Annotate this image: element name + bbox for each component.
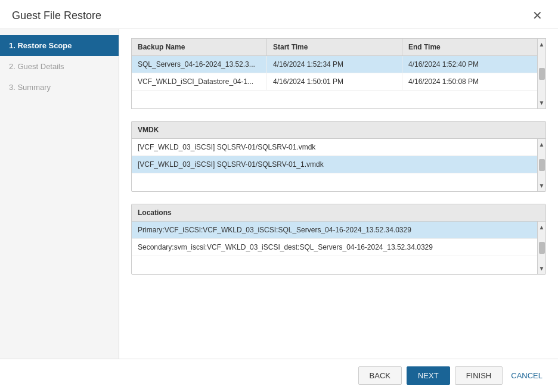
backup-scroll-thumb[interactable]: [539, 68, 545, 80]
locations-label: Locations: [132, 204, 545, 222]
vmdk-scroll-up[interactable]: ▲: [539, 139, 545, 150]
dialog-footer: BACK NEXT FINISH CANCEL: [0, 359, 558, 392]
locations-scroll-down[interactable]: ▼: [539, 263, 545, 273]
sidebar-item-summary[interactable]: 3. Summary: [0, 77, 119, 98]
backup-name-1: VCF_WKLD_iSCI_Datastore_04-1...: [132, 73, 267, 90]
dialog-body: 1. Restore Scope 2. Guest Details 3. Sum…: [0, 29, 558, 359]
backup-empty-row: [132, 91, 537, 108]
location-value-0: Primary:VCF_iSCSI:VCF_WKLD_03_iSCSI:SQL_…: [132, 222, 537, 238]
backup-name-header: Backup Name: [132, 39, 267, 55]
vmdk-table: VMDK [VCF_WKLD_03_iSCSI] SQLSRV-01/SQLSR…: [131, 121, 546, 192]
backup-table-wrapper: Backup Name Start Time End Time SQL_Serv…: [131, 38, 546, 109]
start-time-0: 4/16/2024 1:52:34 PM: [267, 56, 402, 73]
guest-file-restore-dialog: Guest File Restore ✕ 1. Restore Scope 2.…: [0, 0, 558, 392]
backup-scrollbar[interactable]: ▲ ▼: [537, 39, 545, 108]
main-content: Backup Name Start Time End Time SQL_Serv…: [119, 29, 558, 359]
vmdk-label: VMDK: [132, 122, 545, 139]
backup-row-0[interactable]: SQL_Servers_04-16-2024_13.52.3... 4/16/2…: [132, 56, 537, 73]
close-button[interactable]: ✕: [529, 8, 546, 23]
sidebar-item-guest-details[interactable]: 2. Guest Details: [0, 56, 119, 77]
location-row-1[interactable]: Secondary:svm_iscsi:VCF_WKLD_03_iSCSI_de…: [132, 239, 537, 256]
backup-table-inner: Backup Name Start Time End Time SQL_Serv…: [132, 39, 537, 108]
backup-scroll-up[interactable]: ▲: [539, 39, 545, 49]
locations-empty-row: [132, 256, 537, 274]
backup-table-header: Backup Name Start Time End Time: [132, 39, 537, 56]
locations-table: Locations Primary:VCF_iSCSI:VCF_WKLD_03_…: [131, 204, 546, 275]
locations-rows-area: Primary:VCF_iSCSI:VCF_WKLD_03_iSCSI:SQL_…: [132, 222, 537, 274]
vmdk-value-0: [VCF_WKLD_03_iSCSI] SQLSRV-01/SQLSRV-01.…: [132, 139, 537, 155]
vmdk-table-with-scroll: [VCF_WKLD_03_iSCSI] SQLSRV-01/SQLSRV-01.…: [132, 139, 545, 191]
vmdk-scroll-thumb[interactable]: [539, 159, 545, 171]
end-time-header: End Time: [402, 39, 537, 55]
cancel-button[interactable]: CANCEL: [507, 367, 546, 384]
back-button[interactable]: BACK: [358, 366, 402, 385]
backup-scroll-down[interactable]: ▼: [539, 98, 545, 108]
location-value-1: Secondary:svm_iscsi:VCF_WKLD_03_iSCSI_de…: [132, 239, 537, 256]
end-time-0: 4/16/2024 1:52:40 PM: [402, 56, 537, 73]
backup-table-section: Backup Name Start Time End Time SQL_Serv…: [131, 38, 546, 109]
vmdk-scrollbar[interactable]: ▲ ▼: [537, 139, 545, 191]
dialog-title: Guest File Restore: [12, 10, 101, 22]
start-time-1: 4/16/2024 1:50:01 PM: [267, 73, 402, 90]
dialog-header: Guest File Restore ✕: [0, 0, 558, 29]
locations-scroll-up[interactable]: ▲: [539, 222, 545, 232]
locations-table-with-scroll: Primary:VCF_iSCSI:VCF_WKLD_03_iSCSI:SQL_…: [132, 222, 545, 274]
start-time-header: Start Time: [267, 39, 402, 55]
vmdk-section: VMDK [VCF_WKLD_03_iSCSI] SQLSRV-01/SQLSR…: [131, 121, 546, 192]
next-button[interactable]: NEXT: [407, 366, 450, 385]
sidebar: 1. Restore Scope 2. Guest Details 3. Sum…: [0, 29, 119, 359]
backup-name-0: SQL_Servers_04-16-2024_13.52.3...: [132, 56, 267, 73]
vmdk-row-0[interactable]: [VCF_WKLD_03_iSCSI] SQLSRV-01/SQLSRV-01.…: [132, 139, 537, 156]
finish-button[interactable]: FINISH: [455, 366, 503, 385]
vmdk-empty-row: [132, 173, 537, 191]
backup-row-1[interactable]: VCF_WKLD_iSCI_Datastore_04-1... 4/16/202…: [132, 73, 537, 91]
vmdk-rows-area: [VCF_WKLD_03_iSCSI] SQLSRV-01/SQLSRV-01.…: [132, 139, 537, 191]
location-row-0[interactable]: Primary:VCF_iSCSI:VCF_WKLD_03_iSCSI:SQL_…: [132, 222, 537, 239]
locations-section: Locations Primary:VCF_iSCSI:VCF_WKLD_03_…: [131, 204, 546, 275]
locations-scroll-thumb[interactable]: [539, 242, 545, 254]
vmdk-scroll-down[interactable]: ▼: [539, 181, 545, 191]
sidebar-item-restore-scope[interactable]: 1. Restore Scope: [0, 35, 119, 56]
vmdk-value-1: [VCF_WKLD_03_iSCSI] SQLSRV-01/SQLSRV-01_…: [132, 156, 537, 173]
end-time-1: 4/16/2024 1:50:08 PM: [402, 73, 537, 90]
locations-scrollbar[interactable]: ▲ ▼: [537, 222, 545, 274]
vmdk-row-1[interactable]: [VCF_WKLD_03_iSCSI] SQLSRV-01/SQLSRV-01_…: [132, 156, 537, 173]
